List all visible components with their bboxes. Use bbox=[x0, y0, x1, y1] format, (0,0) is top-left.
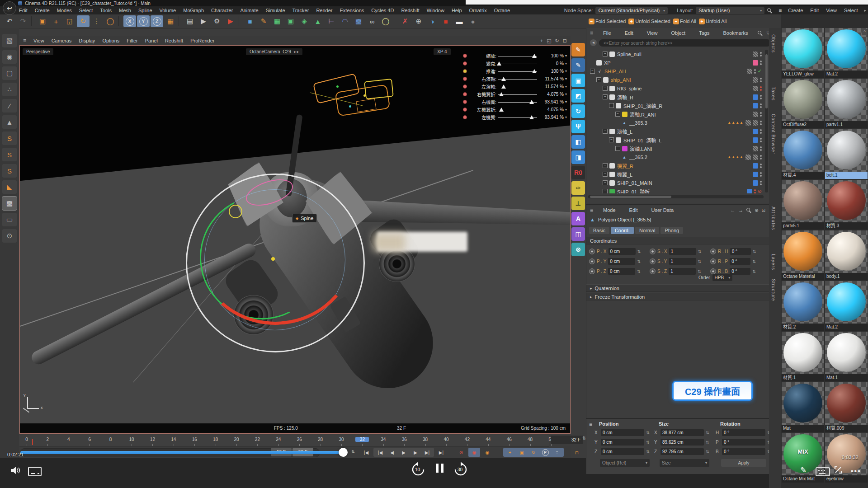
enable-dots[interactable] bbox=[760, 121, 762, 125]
material-item[interactable]: partv1.1 bbox=[825, 79, 868, 128]
enable-dot-bottom[interactable] bbox=[760, 123, 762, 125]
hamburger-icon[interactable]: ≡ bbox=[589, 421, 592, 427]
menu-help[interactable]: Help bbox=[448, 7, 466, 14]
character-rig-icon[interactable]: ⊥ bbox=[571, 197, 585, 210]
expand-icon[interactable]: − bbox=[609, 137, 614, 142]
menu-octane[interactable]: Octane bbox=[491, 7, 514, 14]
enable-dot-top[interactable] bbox=[760, 172, 762, 174]
camera-label[interactable]: OctaneCamera_C29∘∘ bbox=[246, 48, 302, 55]
expand-icon[interactable]: − bbox=[603, 129, 608, 134]
coord-value[interactable]: 0 cm bbox=[608, 258, 635, 265]
uv-tag-icon[interactable] bbox=[745, 155, 751, 160]
hud-track[interactable] bbox=[498, 108, 537, 112]
hatch-tag-icon[interactable] bbox=[753, 52, 758, 57]
uv-unwrap-icon[interactable]: Ψ bbox=[571, 120, 585, 133]
render-picture-viewer-icon[interactable]: ▶ bbox=[197, 15, 210, 27]
enable-dots[interactable] bbox=[760, 95, 762, 99]
spinner-icon[interactable]: ⇅ bbox=[753, 249, 756, 254]
keyframe-selection-set-button[interactable]: ◉ bbox=[481, 448, 493, 457]
enable-dots[interactable] bbox=[760, 129, 762, 134]
spline-tool-3-icon[interactable]: S bbox=[2, 164, 17, 178]
viewport-menu-cameras[interactable]: Cameras bbox=[48, 37, 75, 44]
goto-end-button[interactable]: ▶| bbox=[435, 448, 447, 457]
enable-dot-top[interactable] bbox=[760, 103, 762, 105]
dial-icon[interactable] bbox=[650, 258, 656, 264]
record-active-objects-button[interactable]: ⊘ bbox=[455, 448, 467, 457]
spinner-icon[interactable]: ⇅ bbox=[637, 259, 641, 264]
light-icon[interactable]: ◯ bbox=[379, 15, 392, 27]
redo-icon[interactable]: ↷ bbox=[17, 15, 29, 27]
xpresso-icon[interactable]: ∞ bbox=[366, 15, 378, 27]
key-position-button[interactable]: + bbox=[504, 448, 516, 457]
dial-icon[interactable] bbox=[710, 258, 716, 264]
timeline-power-slider[interactable]: 50 F 50 F ⇅ |◀|◀◀▶▶▶|▶|⊘◉◉+▣↻P::⊓ bbox=[19, 446, 571, 458]
material-item[interactable]: Mat bbox=[782, 382, 824, 432]
hud-handle[interactable] bbox=[499, 92, 504, 96]
material-item[interactable]: body.1 bbox=[825, 230, 868, 280]
chevron-down-icon[interactable]: ▾ bbox=[565, 61, 567, 66]
menu-redshift[interactable]: Redshift bbox=[397, 7, 423, 14]
expand-icon[interactable]: − bbox=[603, 172, 608, 177]
search-icon[interactable] bbox=[758, 31, 763, 36]
next-key-button[interactable]: ▶| bbox=[421, 448, 433, 457]
history-back-icon[interactable]: ← bbox=[730, 207, 735, 213]
unfold-all-button[interactable]: +Unfold All bbox=[699, 19, 726, 24]
side-tab-layers[interactable]: Layers bbox=[771, 254, 776, 270]
expand-icon[interactable]: − bbox=[603, 86, 608, 91]
volume-button[interactable] bbox=[10, 465, 22, 477]
object-row[interactable]: XP bbox=[586, 58, 765, 67]
key-pla-button[interactable]: :: bbox=[551, 448, 563, 457]
scroll-up-icon[interactable]: ^ bbox=[862, 29, 868, 35]
blue-tag-icon[interactable] bbox=[753, 94, 758, 100]
value-field[interactable]: 92.795 cm bbox=[660, 448, 704, 455]
spline-tool-1-icon[interactable]: S bbox=[2, 131, 17, 145]
rotate-view-icon[interactable]: ↻ bbox=[555, 38, 559, 44]
move-icon[interactable]: + bbox=[50, 15, 62, 27]
projection-pen-icon[interactable]: ✎ bbox=[571, 58, 585, 72]
enable-dots[interactable] bbox=[760, 61, 762, 65]
spinner-icon[interactable]: ⇅ bbox=[706, 440, 709, 445]
morph-a-icon[interactable]: ◧ bbox=[571, 135, 585, 149]
coord-value[interactable]: 0 ° bbox=[730, 248, 751, 255]
uv-edit-icon[interactable]: ▣ bbox=[571, 74, 585, 87]
menu-tracker[interactable]: Tracker bbox=[289, 7, 313, 14]
object-menu-file[interactable]: File bbox=[599, 29, 615, 37]
material-menu-select[interactable]: Select bbox=[840, 7, 862, 14]
viewport-menu-display[interactable]: Display bbox=[75, 37, 99, 44]
enable-dot-top[interactable] bbox=[754, 69, 756, 71]
coord-value[interactable]: 1 bbox=[669, 268, 696, 275]
enable-dot-bottom[interactable] bbox=[760, 115, 762, 117]
enable-dot-bottom[interactable] bbox=[760, 166, 762, 168]
object-row[interactable]: −演軸.LANI bbox=[586, 144, 765, 153]
frame-tick-30[interactable]: 30 bbox=[335, 437, 348, 442]
hud-handle[interactable] bbox=[532, 54, 537, 58]
texture-mode-icon[interactable]: ◉ bbox=[2, 50, 17, 64]
blue-tag-icon[interactable] bbox=[753, 172, 758, 177]
hud-handle[interactable] bbox=[532, 69, 537, 73]
enable-dot-top[interactable] bbox=[760, 52, 762, 54]
object-row[interactable]: −機翼_L bbox=[586, 170, 765, 178]
expand-icon[interactable]: − bbox=[615, 112, 620, 117]
material-menu-create[interactable]: Create bbox=[784, 7, 807, 14]
morph-b-icon[interactable]: ◨ bbox=[571, 150, 585, 164]
frame-tick-6[interactable]: 6 bbox=[83, 437, 96, 442]
dial-icon[interactable] bbox=[650, 268, 656, 274]
edges-mode-icon[interactable]: ∕ bbox=[2, 99, 17, 113]
toggle-view-icon[interactable]: ⊡ bbox=[563, 38, 567, 44]
enable-dot-bottom[interactable] bbox=[760, 141, 762, 142]
menu-mograph[interactable]: MoGraph bbox=[179, 7, 208, 14]
simulate-cube-icon[interactable]: ▲ bbox=[311, 15, 324, 27]
menu-select[interactable]: Select bbox=[75, 7, 97, 14]
value-field[interactable]: 0 cm bbox=[601, 448, 644, 455]
dial-icon[interactable] bbox=[589, 258, 595, 264]
pose-morph-icon[interactable]: ◫ bbox=[571, 227, 585, 241]
target-icon[interactable]: ⊕ bbox=[755, 208, 758, 213]
object-menu-edit[interactable]: Edit bbox=[621, 29, 637, 37]
material-item[interactable]: Mat.1 bbox=[825, 332, 868, 381]
extrude-icon[interactable]: ▣ bbox=[284, 15, 297, 27]
tab-basic[interactable]: Basic bbox=[589, 227, 609, 234]
subdivision-surface-icon[interactable]: ▦ bbox=[271, 15, 283, 27]
hatch-tag-icon[interactable] bbox=[753, 86, 758, 91]
value-field[interactable]: 38.877 cm bbox=[660, 429, 704, 436]
keyboard-button[interactable] bbox=[816, 467, 830, 476]
